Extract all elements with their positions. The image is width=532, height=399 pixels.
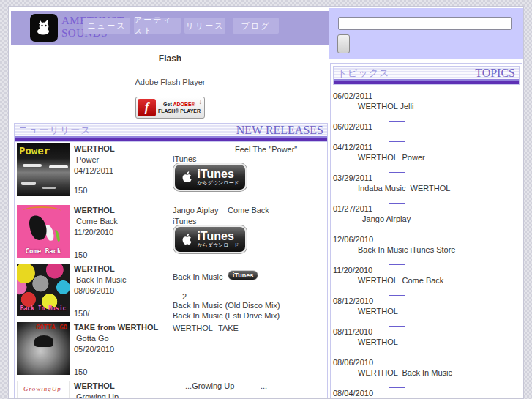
topic-date: 08/12/2010 [333,296,520,306]
topic-date: 08/04/2010 [333,388,520,398]
get-flash-player-button[interactable]: f Get ADOBE® FLASH® PLAYER ↓ [135,97,205,119]
topic-link-line [333,347,520,355]
topic-date: 03/29/2011 [333,173,520,183]
itunes-label: iTunes [173,217,197,225]
itunes-button-sublabel: からダウンロード [197,180,239,186]
topic-link[interactable] [389,258,405,265]
search-panel [329,8,524,59]
release-artist: WERTHOL [74,381,115,390]
flash-title: Flash [11,53,329,64]
topic-title: WERTHOL Come Back [333,275,520,286]
album-art-power-text: Power [17,143,70,157]
release-date: 05/20/2010 [74,345,114,354]
topics-heading-jp: トピックス [337,67,390,80]
release-artist: WERTHOL [74,144,115,153]
topic-link[interactable] [389,197,405,204]
topic-date: 06/02/2011 [333,122,520,132]
topic-entry: 08/11/2010 WERTHOL [331,327,522,355]
topic-entry: 01/27/2011 Jango Airplay [331,204,522,232]
release-artist: WERTHOL [74,206,115,215]
release-price: 150/ [74,309,89,318]
topic-title: WERTHOL [333,337,520,347]
flash-icon: f [138,99,156,116]
new-releases-heading-en: NEW RELEASES [236,124,323,137]
release-row-back-in-music: Back In Music WERTHOL Back In Music 08/0… [15,262,327,321]
search-button[interactable] [337,34,350,53]
release-row-gotta-go: GOTTA GO TAKE from WERTHOL Gotta Go 05/2… [15,321,327,379]
topic-link[interactable] [389,228,405,234]
release-note: ...Growing Up [185,381,234,390]
topic-title: WERTHOL Power [333,152,520,163]
topic-entry: 11/20/2010 WERTHOL Come Back [331,265,522,294]
itunes-button-label: iTunes [197,231,239,242]
topics-sidebar: トピックス TOPICS 06/02/2011 WERTHOL Jelli 06… [330,63,522,399]
album-art-growing-up[interactable]: GrowingUp [17,381,70,399]
topic-title: WERTHOL [333,306,520,316]
apple-icon [181,232,193,247]
release-artist: TAKE from WERTHOL [74,323,158,332]
topic-entry: 06/02/2011 [331,122,522,140]
topic-link[interactable] [389,166,405,173]
album-art-come-back-text: Come Back [17,247,70,255]
topic-link[interactable] [389,115,405,122]
itunes-label: iTunes [173,154,197,163]
nav-tab-release-label: リリース [186,20,225,31]
track-name: Back In Music (Old Disco Mix) [173,301,280,310]
nav-tab-artist-label: アーティスト [134,15,181,37]
topic-link[interactable] [389,135,405,142]
release-note: Feel The "Power" [235,145,297,154]
flash-subtitle: Adobe Flash Player [11,78,329,86]
release-row-power: Power WERTHOL Power 04/12/2011 150 Feel … [15,142,327,204]
topic-title: Back In Music iTunes Store [333,245,520,255]
new-releases-heading-jp: ニューリリース [18,124,91,137]
itunes-button-label: iTunes [197,168,239,180]
topic-date: 12/06/2010 [333,234,520,245]
release-title: Back In Music [76,275,126,284]
topic-title: Indaba Music WERTHOL [333,183,520,193]
cat-icon [34,16,54,40]
nav-tab-news[interactable]: ニュース [83,18,130,34]
nav-tab-release[interactable]: リリース [184,18,225,34]
release-artist: WERTHOL [74,264,115,273]
itunes-download-button[interactable]: iTunes からダウンロード [173,225,247,253]
search-input[interactable] [338,17,512,30]
topic-title: Jango Airplay [333,214,520,224]
nav-tab-blog[interactable]: ブログ [233,18,279,34]
topic-link[interactable] [389,381,405,388]
topic-date: 08/06/2010 [333,357,520,368]
nav-tab-artist[interactable]: アーティスト [134,18,181,34]
topic-link-line [333,132,520,140]
release-price: 150 [74,250,87,259]
topic-date: 11/20/2010 [333,265,520,275]
topic-link-line [333,224,520,232]
itunes-button-sublabel: からダウンロード [197,242,239,248]
topic-entry: 08/04/2010 Gotta Go [331,388,522,399]
album-art-back-in-music[interactable]: Back In Music [17,264,70,316]
release-note: Jango Aiplay [173,206,218,215]
release-title: Growing Up [76,392,119,399]
topic-entry: 04/12/2011 WERTHOL Power [331,142,522,171]
itunes-button-text: iTunes からダウンロード [197,231,239,248]
site-logo[interactable] [30,14,58,42]
album-art-gotta-go-text: GOTTA GO [17,322,70,331]
itunes-badge-button[interactable]: iTunes [228,270,258,280]
album-art-come-back[interactable]: Come Back [17,205,70,258]
page-container: AMETHYST SOUNDS ニュース アーティスト リリース ブログ Fla… [8,6,524,399]
album-art-gotta-go[interactable]: GOTTA GO [17,322,70,375]
itunes-download-button[interactable]: iTunes からダウンロード [173,163,247,191]
release-note: ... [261,381,267,390]
album-art-power[interactable]: Power [17,143,70,196]
topic-link-line [333,255,520,263]
topic-link[interactable] [389,351,405,357]
topic-date: 06/02/2011 [333,91,520,101]
topic-link[interactable] [389,320,405,327]
release-note: TAKE [218,324,239,332]
track-count: 2 [182,292,187,301]
nav-tab-blog-label: ブログ [241,20,271,31]
flash-button-line2: FLASH® PLAYER [158,108,201,113]
topic-link[interactable] [389,289,405,296]
topic-date: 01/27/2011 [333,204,520,214]
site-header: AMETHYST SOUNDS ニュース アーティスト リリース ブログ [11,11,329,45]
topic-entry: 03/29/2011 Indaba Music WERTHOL [331,173,522,201]
flash-notice: Flash Adobe Flash Player f Get ADOBE® FL… [11,45,329,119]
